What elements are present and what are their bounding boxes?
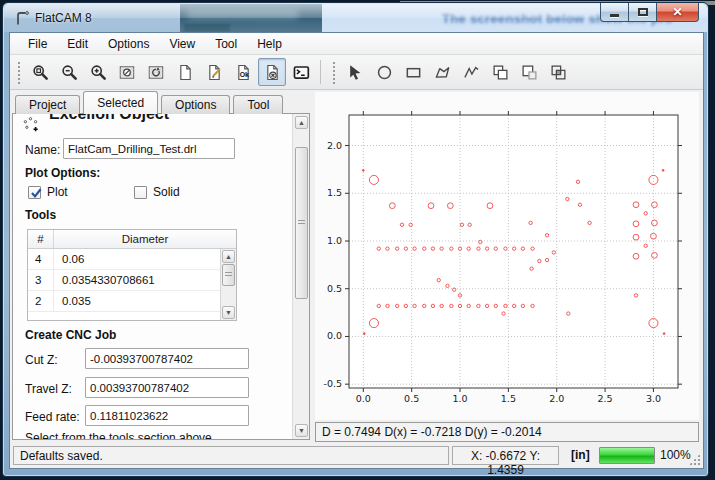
menu-edit[interactable]: Edit	[57, 34, 98, 54]
add-rectangle-icon	[405, 64, 422, 81]
update-geometry-button[interactable]: Ok	[229, 58, 257, 86]
tool-row[interactable]: 40.06	[28, 249, 236, 270]
menu-bar: FileEditOptionsViewToolHelp	[10, 33, 703, 55]
tools-label: Tools	[25, 208, 56, 222]
cancel-edit-button[interactable]	[258, 58, 286, 86]
menu-help[interactable]: Help	[247, 34, 292, 54]
svg-text:0.0: 0.0	[356, 393, 371, 404]
tool-diameter-cell[interactable]: 0.035	[54, 291, 236, 311]
scroll-up-arrow[interactable]: ▲	[222, 250, 235, 263]
tools-table-scrollbar: ▲ ▼	[220, 249, 236, 320]
subtract-icon	[521, 64, 538, 81]
flatcam-logo-icon	[13, 9, 31, 27]
status-bar: Defaults saved. X: -0.6672 Y: 1.4359 [in…	[10, 444, 703, 468]
union-button[interactable]	[486, 58, 514, 86]
add-rectangle-button[interactable]	[399, 58, 427, 86]
replot-button[interactable]	[142, 58, 170, 86]
maximize-button[interactable]	[628, 3, 657, 22]
tab-bar: ProjectSelectedOptionsTool	[15, 92, 286, 114]
close-button[interactable]: ✕	[656, 3, 699, 22]
toolbar: Ok	[10, 55, 703, 90]
minimize-icon	[610, 14, 619, 17]
drill-hole	[363, 333, 365, 335]
maximize-icon	[638, 8, 648, 16]
update-geometry-icon: Ok	[235, 64, 252, 81]
column-header-number[interactable]: #	[28, 230, 54, 248]
plot-checkbox[interactable]	[28, 186, 41, 199]
tab-selected[interactable]: Selected	[83, 91, 158, 114]
svg-text:1.5: 1.5	[501, 393, 516, 404]
svg-text:1.0: 1.0	[452, 393, 467, 404]
flatcam-window: The screenshot below show the pro FlatCA…	[2, 2, 709, 477]
svg-text:Ok: Ok	[239, 71, 248, 78]
drill-hole	[663, 333, 665, 335]
plot-checkbox-label[interactable]: Plot	[47, 185, 68, 199]
menu-options[interactable]: Options	[98, 34, 159, 54]
tool-row[interactable]: 20.035	[28, 291, 236, 312]
scroll-down-arrow[interactable]: ▼	[222, 306, 235, 319]
minimize-button[interactable]	[600, 3, 629, 22]
intersect-button[interactable]	[544, 58, 572, 86]
zoom-out-button[interactable]	[55, 58, 83, 86]
panel-scrollbar-thumb[interactable]	[295, 147, 308, 299]
feedrate-input[interactable]	[85, 405, 249, 426]
menu-tool[interactable]: Tool	[205, 34, 247, 54]
new-geometry-button[interactable]	[171, 58, 199, 86]
zoom-fit-button[interactable]	[26, 58, 54, 86]
solid-checkbox-label[interactable]: Solid	[153, 185, 180, 199]
zoom-in-button[interactable]	[84, 58, 112, 86]
progress-bar-fill	[600, 448, 654, 463]
add-polygon-button[interactable]	[428, 58, 456, 86]
cutz-input[interactable]	[85, 348, 249, 369]
add-circle-icon	[376, 64, 393, 81]
drill-hole	[662, 169, 664, 171]
edit-geometry-button[interactable]	[200, 58, 228, 86]
svg-text:0.0: 0.0	[327, 330, 342, 341]
plot-measure-status: D = 0.7494 D(x) = -0.7218 D(y) = -0.2014	[315, 422, 699, 442]
svg-text:-0.5: -0.5	[323, 378, 342, 389]
zoom-in-icon	[90, 64, 107, 81]
travelz-label: Travel Z:	[25, 382, 72, 396]
select-button[interactable]	[341, 58, 369, 86]
tool-number-cell[interactable]: 2	[28, 291, 54, 311]
clear-plot-button[interactable]	[113, 58, 141, 86]
panel-scroll-down-arrow[interactable]: ▼	[295, 424, 308, 437]
panel-scroll-up-arrow[interactable]: ▲	[295, 116, 308, 129]
svg-text:2.5: 2.5	[598, 393, 613, 404]
shell-button[interactable]	[287, 58, 315, 86]
tab-options[interactable]: Options	[161, 95, 230, 114]
name-input[interactable]	[63, 138, 235, 159]
solid-checkbox[interactable]	[134, 186, 147, 199]
toolbar-drag-handle[interactable]	[331, 60, 336, 84]
add-circle-button[interactable]	[370, 58, 398, 86]
name-label: Name:	[25, 143, 60, 157]
scrollbar-thumb[interactable]	[222, 264, 235, 286]
close-icon: ✕	[672, 6, 682, 18]
svg-text:0.5: 0.5	[327, 283, 342, 294]
progress-bar	[599, 447, 655, 464]
add-path-button[interactable]	[457, 58, 485, 86]
panel-heading: Excellon Object	[49, 113, 169, 123]
tool-diameter-cell[interactable]: 0.06	[54, 249, 236, 269]
column-header-diameter[interactable]: Diameter	[54, 230, 236, 248]
svg-text:0.5: 0.5	[404, 393, 419, 404]
menu-file[interactable]: File	[18, 34, 57, 54]
subtract-button[interactable]	[515, 58, 543, 86]
excellon-object-icon	[22, 116, 39, 137]
tools-hint-text: Select from the tools section above	[25, 431, 212, 440]
svg-text:3.0: 3.0	[646, 393, 661, 404]
tab-project[interactable]: Project	[15, 95, 80, 114]
toolbar-separator	[320, 60, 321, 84]
menu-view[interactable]: View	[159, 34, 205, 54]
tab-tool[interactable]: Tool	[233, 95, 283, 114]
tool-row[interactable]: 30.0354330708661	[28, 270, 236, 291]
panel-scrollbar: ▲ ▼	[292, 114, 309, 439]
client-area: FileEditOptionsViewToolHelp Ok ProjectSe…	[9, 32, 704, 469]
tool-number-cell[interactable]: 4	[28, 249, 54, 269]
tool-diameter-cell[interactable]: 0.0354330708661	[54, 270, 236, 290]
intersect-icon	[550, 64, 567, 81]
plot-canvas[interactable]: 0.00.51.01.52.02.53.0-0.50.00.51.01.52.0	[315, 92, 699, 420]
travelz-input[interactable]	[85, 377, 249, 398]
tool-number-cell[interactable]: 3	[28, 270, 54, 290]
toolbar-drag-handle[interactable]	[16, 60, 21, 84]
